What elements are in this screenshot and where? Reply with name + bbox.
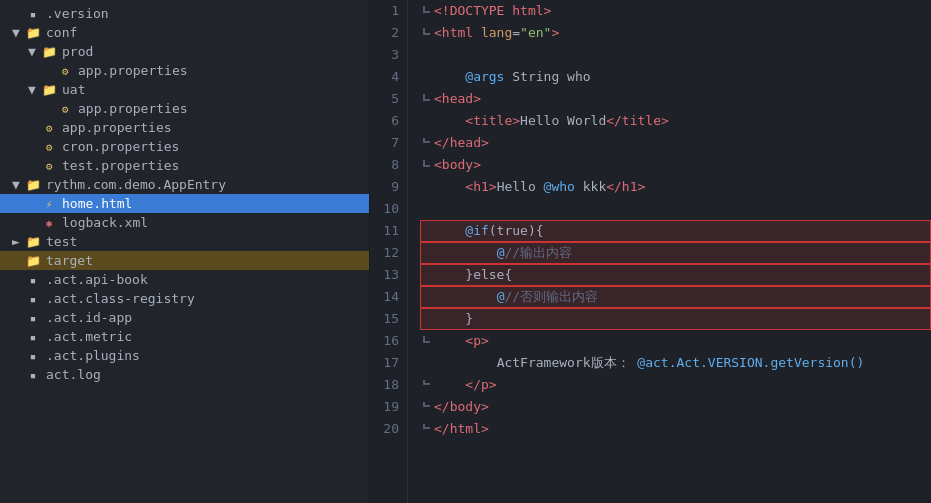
code-text: <title>Hello World</title> (434, 110, 931, 132)
file-label: cron.properties (62, 139, 369, 154)
line-number: 16 (370, 330, 399, 352)
sidebar-item-uat-folder[interactable]: ▼📁uat (0, 80, 369, 99)
file-label: .act.api-book (46, 272, 369, 287)
sidebar-item-app-props-uat[interactable]: ⚙app.properties (0, 99, 369, 118)
file-label: home.html (62, 196, 369, 211)
code-line-1: <!DOCTYPE html> (420, 0, 931, 22)
line-number: 20 (370, 418, 399, 440)
file-icon-file-props: ⚙ (40, 139, 58, 154)
code-line-20: </html> (420, 418, 931, 440)
file-label: app.properties (62, 120, 369, 135)
code-line-3 (420, 44, 931, 66)
sidebar-item-act-plugins[interactable]: ▪.act.plugins (0, 346, 369, 365)
file-icon-file-props: ⚙ (56, 63, 74, 78)
line-number: 8 (370, 154, 399, 176)
code-line-16: <p> (420, 330, 931, 352)
file-icon-file-props: ⚙ (40, 158, 58, 173)
line-number: 18 (370, 374, 399, 396)
file-label: test (46, 234, 369, 249)
file-label: logback.xml (62, 215, 369, 230)
sidebar-item-test-props[interactable]: ⚙test.properties (0, 156, 369, 175)
code-line-9: <h1>Hello @who kkk</h1> (420, 176, 931, 198)
code-line-12: @//输出内容 (420, 242, 931, 264)
file-icon-file-generic: ▪ (24, 348, 42, 363)
file-label: test.properties (62, 158, 369, 173)
fold-arrow[interactable] (420, 132, 434, 154)
code-text: @if(true){ (434, 220, 931, 242)
file-label: conf (46, 25, 369, 40)
sidebar-item-act-log[interactable]: ▪act.log (0, 365, 369, 384)
fold-arrow[interactable] (420, 396, 434, 418)
tree-arrow[interactable]: ▼ (8, 177, 24, 192)
file-label: prod (62, 44, 369, 59)
code-line-17: ActFramework版本： @act.Act.VERSION.getVers… (420, 352, 931, 374)
code-text: <h1>Hello @who kkk</h1> (434, 176, 931, 198)
code-text: <html lang="en"> (434, 22, 931, 44)
tree-arrow[interactable]: ▼ (24, 82, 40, 97)
code-line-2: <html lang="en"> (420, 22, 931, 44)
sidebar-item-act-api-book[interactable]: ▪.act.api-book (0, 270, 369, 289)
fold-arrow[interactable] (420, 88, 434, 110)
fold-arrow[interactable] (420, 374, 434, 396)
fold-arrow[interactable] (420, 22, 434, 44)
sidebar-item-home-html[interactable]: ⚡home.html (0, 194, 369, 213)
sidebar-item-prod-folder[interactable]: ▼📁prod (0, 42, 369, 61)
sidebar-item-logback-xml[interactable]: ✱logback.xml (0, 213, 369, 232)
file-label: uat (62, 82, 369, 97)
line-numbers: 1234567891011121314151617181920 (370, 0, 408, 503)
code-line-19: </body> (420, 396, 931, 418)
tree-arrow[interactable]: ► (8, 234, 24, 249)
file-label: rythm.com.demo.AppEntry (46, 177, 369, 192)
code-text: </html> (434, 418, 931, 440)
fold-arrow[interactable] (420, 330, 434, 352)
fold-arrow[interactable] (420, 154, 434, 176)
sidebar-item-target-folder[interactable]: 📁target (0, 251, 369, 270)
file-icon-file-generic: ▪ (24, 272, 42, 287)
code-line-15: } (420, 308, 931, 330)
code-text: @args String who (434, 66, 931, 88)
sidebar-item-cron-props[interactable]: ⚙cron.properties (0, 137, 369, 156)
code-text: <!DOCTYPE html> (434, 0, 931, 22)
file-tree[interactable]: ▪.version▼📁conf▼📁prod⚙app.properties▼📁ua… (0, 0, 370, 503)
code-text: <head> (434, 88, 931, 110)
sidebar-item-version-file[interactable]: ▪.version (0, 4, 369, 23)
code-line-8: <body> (420, 154, 931, 176)
file-label: .act.plugins (46, 348, 369, 363)
fold-arrow[interactable] (420, 418, 434, 440)
file-icon-file-xml: ✱ (40, 215, 58, 230)
sidebar-item-test-folder[interactable]: ►📁test (0, 232, 369, 251)
line-number: 19 (370, 396, 399, 418)
code-line-6: <title>Hello World</title> (420, 110, 931, 132)
file-icon-file-generic: ▪ (24, 329, 42, 344)
code-text: } (434, 308, 931, 330)
file-label: .act.class-registry (46, 291, 369, 306)
line-number: 12 (370, 242, 399, 264)
code-line-14: @//否则输出内容 (420, 286, 931, 308)
line-number: 11 (370, 220, 399, 242)
file-icon-folder-dark: 📁 (24, 254, 42, 268)
code-line-11: @if(true){ (420, 220, 931, 242)
line-number: 5 (370, 88, 399, 110)
code-text: @//输出内容 (434, 242, 931, 264)
file-icon-file-generic: ▪ (24, 367, 42, 382)
sidebar-item-act-metric[interactable]: ▪.act.metric (0, 327, 369, 346)
code-line-5: <head> (420, 88, 931, 110)
sidebar-item-act-id-app[interactable]: ▪.act.id-app (0, 308, 369, 327)
line-number: 13 (370, 264, 399, 286)
tree-arrow[interactable]: ▼ (24, 44, 40, 59)
file-icon-folder: 📁 (24, 235, 42, 249)
fold-arrow[interactable] (420, 0, 434, 22)
sidebar-item-app-props-root[interactable]: ⚙app.properties (0, 118, 369, 137)
file-icon-folder: 📁 (24, 26, 42, 40)
file-icon-folder: 📁 (40, 83, 58, 97)
sidebar-item-act-class-registry[interactable]: ▪.act.class-registry (0, 289, 369, 308)
sidebar-item-app-props-prod[interactable]: ⚙app.properties (0, 61, 369, 80)
line-number: 10 (370, 198, 399, 220)
code-line-13: }else{ (420, 264, 931, 286)
line-number: 15 (370, 308, 399, 330)
sidebar-item-conf-folder[interactable]: ▼📁conf (0, 23, 369, 42)
code-text: ActFramework版本： @act.Act.VERSION.getVers… (434, 352, 931, 374)
tree-arrow[interactable]: ▼ (8, 25, 24, 40)
line-number: 4 (370, 66, 399, 88)
sidebar-item-rythm-folder[interactable]: ▼📁rythm.com.demo.AppEntry (0, 175, 369, 194)
